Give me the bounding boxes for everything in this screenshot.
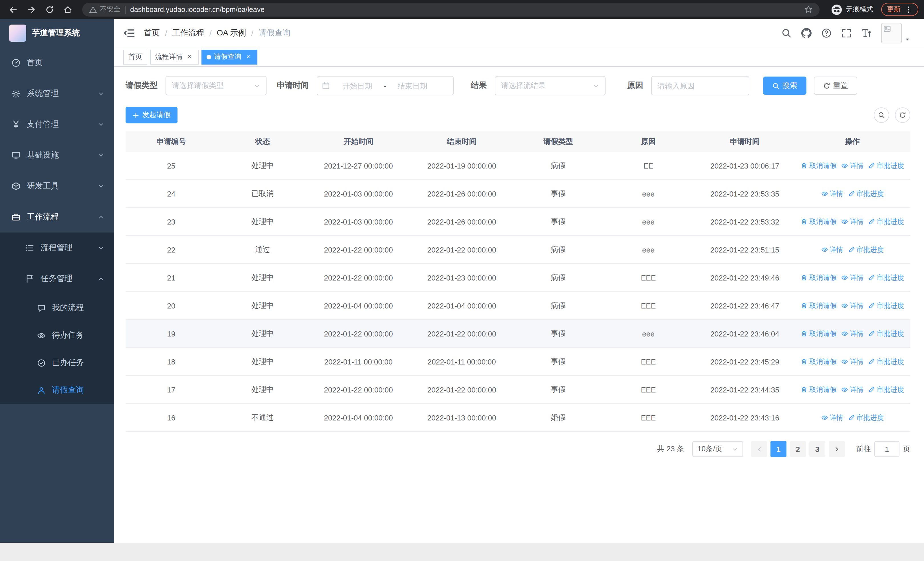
right-toolbar [874,107,910,123]
app-title: 芋道管理系统 [32,28,80,38]
breadcrumb-item[interactable]: 首页 [144,28,160,38]
search-icon[interactable] [782,28,792,38]
font-size-icon[interactable] [861,28,872,38]
page-button-1[interactable]: 1 [771,441,786,457]
tab-label: 流程详情 [155,52,183,62]
tab-home[interactable]: 首页 [123,50,147,64]
forward-icon[interactable] [24,2,39,17]
cancel-leave-link[interactable]: 取消请假 [801,161,837,170]
apply-time-range-picker[interactable]: - [317,76,454,95]
github-icon[interactable] [801,28,812,38]
sidebar-item-workflow[interactable]: 工作流程 [0,202,114,233]
edit-icon [848,190,855,197]
search-icon [878,111,885,119]
tab-leave-query[interactable]: 请假查询 × [201,50,257,64]
refresh-table-button[interactable] [895,107,910,123]
pagination: 共 23 条 10条/页 1 2 3 前往 [126,441,910,457]
end-date-input[interactable] [387,81,438,90]
detail-link[interactable]: 详情 [821,245,843,254]
approval-progress-link[interactable]: 审批进度 [868,217,904,227]
leave-type-select[interactable]: 请选择请假类型 [165,76,267,95]
menu-fold-icon[interactable] [123,27,135,39]
prev-page-button[interactable] [751,441,767,457]
reason-field[interactable] [651,76,749,95]
toggle-search-button[interactable] [874,107,889,123]
approval-progress-link[interactable]: 审批进度 [868,329,904,338]
start-date-input[interactable] [332,81,382,90]
approval-progress-link[interactable]: 审批进度 [868,161,904,170]
sidebar-item-payment[interactable]: 支付管理 [0,109,114,140]
browser-menu-icon[interactable] [904,5,913,14]
back-icon[interactable] [6,2,21,17]
sidebar-item-process-management[interactable]: 流程管理 [0,233,114,263]
approval-progress-link-label: 审批进度 [856,413,884,423]
breadcrumb-separator: / [251,28,254,38]
sidebar: 芋道管理系统 首页 系统管理 支付管理 [0,19,114,543]
create-leave-button[interactable]: 发起请假 [126,107,177,123]
url-text[interactable]: dashboard.yudao.iocoder.cn/bpm/oa/leave [130,5,800,14]
approval-progress-link[interactable]: 审批进度 [868,357,904,367]
next-page-button[interactable] [829,441,844,457]
cancel-leave-link[interactable]: 取消请假 [801,357,837,367]
detail-link[interactable]: 详情 [841,273,864,283]
sidebar-item-leave-query[interactable]: 请假查询 [0,376,114,404]
page-button-3[interactable]: 3 [809,441,825,457]
chevron-down-icon [98,183,104,189]
search-icon [772,82,780,89]
page-size-select[interactable]: 10条/页 [692,441,743,457]
close-icon[interactable]: × [244,53,252,61]
sidebar-item-done-tasks[interactable]: 已办任务 [0,349,114,376]
sidebar-item-todo-tasks[interactable]: 待办任务 [0,322,114,349]
detail-link[interactable]: 详情 [841,301,864,310]
app-logo[interactable]: 芋道管理系统 [0,19,114,47]
result-select[interactable]: 请选择流结果 [495,76,606,95]
sidebar-menu: 首页 系统管理 支付管理 基础设施 [0,47,114,404]
approval-progress-link[interactable]: 审批进度 [868,301,904,310]
fullscreen-icon[interactable] [841,28,852,38]
sidebar-item-task-management[interactable]: 任务管理 [0,263,114,294]
cancel-leave-link[interactable]: 取消请假 [801,385,837,394]
chevron-down-icon [254,83,260,89]
approval-progress-link[interactable]: 审批进度 [868,273,904,283]
detail-link[interactable]: 详情 [841,357,864,367]
detail-link[interactable]: 详情 [821,413,843,423]
reset-button[interactable]: 重置 [814,77,857,95]
approval-progress-link[interactable]: 审批进度 [868,385,904,394]
detail-link[interactable]: 详情 [841,217,864,227]
sidebar-item-my-process[interactable]: 我的流程 [0,294,114,322]
reload-icon[interactable] [42,2,57,17]
search-button[interactable]: 搜索 [763,77,806,95]
breadcrumb-item[interactable]: 工作流程 [172,28,204,38]
address-bar[interactable]: 不安全 dashboard.yudao.iocoder.cn/bpm/oa/le… [82,3,819,16]
cancel-leave-link[interactable]: 取消请假 [801,329,837,338]
detail-link[interactable]: 详情 [841,329,864,338]
cancel-leave-link[interactable]: 取消请假 [801,301,837,310]
goto-page-input[interactable] [874,441,900,457]
detail-link[interactable]: 详情 [821,189,843,199]
reason-input[interactable] [657,81,743,90]
sidebar-item-infrastructure[interactable]: 基础设施 [0,140,114,171]
home-icon[interactable] [60,2,75,17]
approval-progress-link[interactable]: 审批进度 [848,189,884,199]
help-icon[interactable] [821,28,831,38]
eye-icon [821,414,828,421]
sidebar-item-home[interactable]: 首页 [0,47,114,78]
approval-progress-link[interactable]: 审批进度 [848,245,884,254]
cancel-leave-link[interactable]: 取消请假 [801,217,837,227]
breadcrumb-item[interactable]: OA 示例 [217,28,246,38]
security-chip[interactable]: 不安全 [89,5,120,14]
cell-end-time: 2022-01-19 00:00:00 [409,152,515,179]
update-button[interactable]: 更新 [881,3,918,16]
cancel-leave-link[interactable]: 取消请假 [801,273,837,283]
tab-process-detail[interactable]: 流程详情 × [150,50,199,64]
approval-progress-link[interactable]: 审批进度 [848,413,884,423]
trash-icon [801,330,808,337]
bookmark-star-icon[interactable] [804,5,813,14]
page-button-2[interactable]: 2 [790,441,806,457]
detail-link[interactable]: 详情 [841,385,864,394]
close-icon[interactable]: × [186,53,194,61]
user-menu[interactable] [881,23,910,43]
sidebar-item-system[interactable]: 系统管理 [0,78,114,109]
detail-link[interactable]: 详情 [841,161,864,170]
sidebar-item-devtools[interactable]: 研发工具 [0,171,114,202]
